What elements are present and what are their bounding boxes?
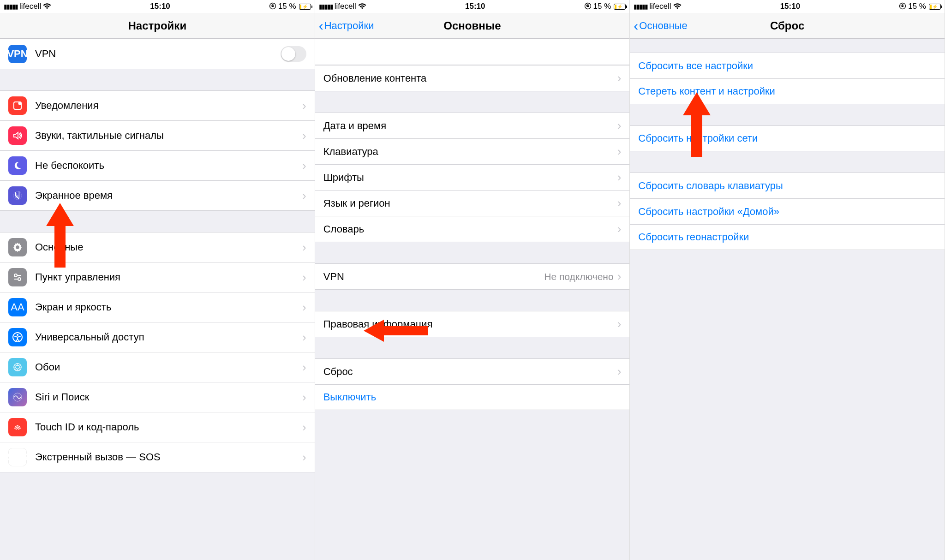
touchid-icon <box>8 418 27 436</box>
settings-touchid-row[interactable]: Touch ID и код-пароль › <box>0 412 315 442</box>
svg-point-3 <box>18 102 22 105</box>
nav-back-label: Основные <box>639 20 687 32</box>
general-legal-row[interactable]: Правовая информация › <box>315 311 630 337</box>
settings-wallpaper-row[interactable]: Обои › <box>0 352 315 382</box>
signal-icon: ▮▮▮▮▮ <box>4 3 18 10</box>
chevron-right-icon: › <box>302 300 306 315</box>
page-title: Настройки <box>0 19 315 32</box>
screentime-label: Экранное время <box>35 190 302 202</box>
svg-rect-1 <box>272 5 274 7</box>
general-fonts-row[interactable]: Шрифты › <box>315 164 630 190</box>
wifi-icon <box>358 3 366 11</box>
chevron-right-icon: › <box>617 119 622 133</box>
nav-back-button[interactable]: ‹ Основные <box>634 20 687 32</box>
accessibility-label: Универсальный доступ <box>35 331 302 343</box>
reset-home-label: Сбросить настройки «Домой» <box>638 206 936 218</box>
settings-control-center-row[interactable]: Пункт управления › <box>0 262 315 292</box>
reset-network-row[interactable]: Сбросить настройки сети <box>630 125 945 151</box>
rotation-lock-icon <box>899 2 906 11</box>
settings-screentime-row[interactable]: Экранное время › <box>0 180 315 211</box>
chevron-right-icon: › <box>302 330 306 345</box>
display-icon: AA <box>8 298 27 316</box>
settings-sounds-row[interactable]: Звуки, тактильные сигналы › <box>0 120 315 150</box>
general-vpn-row[interactable]: VPN Не подключено › <box>315 263 630 290</box>
control-center-label: Пункт управления <box>35 271 302 283</box>
vpn-toggle[interactable] <box>281 46 306 62</box>
status-bar: ▮▮▮▮▮ lifecell 15:10 15 % ⚡ <box>315 0 630 13</box>
general-reset-row[interactable]: Сброс › <box>315 358 630 384</box>
chevron-right-icon: › <box>617 71 622 85</box>
fonts-label: Шрифты <box>323 172 617 184</box>
settings-display-row[interactable]: AA Экран и яркость › <box>0 292 315 322</box>
settings-accessibility-row[interactable]: Универсальный доступ › <box>0 322 315 352</box>
dictionary-label: Словарь <box>323 223 617 235</box>
general-datetime-row[interactable]: Дата и время › <box>315 113 630 138</box>
status-bar: ▮▮▮▮▮ lifecell 15:10 15 % ⚡ <box>630 0 945 13</box>
chevron-right-icon: › <box>617 269 622 284</box>
reset-location-label: Сбросить геонастройки <box>638 231 936 243</box>
nav-back-button[interactable]: ‹ Настройки <box>319 20 374 32</box>
legal-label: Правовая информация <box>323 318 617 330</box>
settings-sos-row[interactable]: SOS Экстренный вызов — SOS › <box>0 442 315 472</box>
settings-siri-row[interactable]: Siri и Поиск › <box>0 382 315 412</box>
chevron-right-icon: › <box>302 129 306 143</box>
battery-percent: 15 % <box>908 2 926 11</box>
keyboard-label: Клавиатура <box>323 146 617 158</box>
rotation-lock-icon <box>584 2 592 11</box>
notifications-label: Уведомления <box>35 100 302 112</box>
carrier-label: lifecell <box>19 2 41 11</box>
vpn-label: VPN <box>35 48 281 60</box>
gear-icon <box>8 238 27 256</box>
settings-general-row[interactable]: Основные › <box>0 232 315 262</box>
siri-icon <box>8 388 27 406</box>
general-background-refresh-row[interactable]: Обновление контента › <box>315 65 630 91</box>
rotation-lock-icon <box>269 2 276 11</box>
chevron-right-icon: › <box>617 222 622 236</box>
language-label: Язык и регион <box>323 197 617 209</box>
nav-bar: Настройки <box>0 13 315 39</box>
svg-rect-15 <box>902 5 903 7</box>
erase-all-row[interactable]: Стереть контент и настройки <box>630 78 945 104</box>
reset-home-row[interactable]: Сбросить настройки «Домой» <box>630 198 945 224</box>
chevron-right-icon: › <box>617 170 622 185</box>
signal-icon: ▮▮▮▮▮ <box>319 3 333 10</box>
settings-vpn-row[interactable]: VPN VPN <box>0 39 315 69</box>
notifications-icon <box>8 96 27 115</box>
chevron-right-icon: › <box>617 317 622 331</box>
settings-reset-screen: ▮▮▮▮▮ lifecell 15:10 15 % ⚡ ‹ Основные С… <box>630 0 945 560</box>
sos-label: Экстренный вызов — SOS <box>35 451 302 463</box>
settings-notifications-row[interactable]: Уведомления › <box>0 90 315 120</box>
general-keyboard-row[interactable]: Клавиатура › <box>315 138 630 164</box>
svg-rect-13 <box>587 5 589 7</box>
chevron-right-icon: › <box>302 159 306 173</box>
chevron-left-icon: ‹ <box>319 22 323 29</box>
dnd-label: Не беспокоить <box>35 160 302 172</box>
clock: 15:10 <box>465 2 485 11</box>
carrier-label: lifecell <box>649 2 671 11</box>
screentime-icon <box>8 186 27 205</box>
general-language-row[interactable]: Язык и регион › <box>315 190 630 216</box>
settings-dnd-row[interactable]: Не беспокоить › <box>0 150 315 180</box>
wifi-icon <box>673 3 682 11</box>
clock: 15:10 <box>150 2 170 11</box>
general-label: Основные <box>35 241 302 253</box>
chevron-right-icon: › <box>302 390 306 405</box>
reset-location-row[interactable]: Сбросить геонастройки <box>630 224 945 250</box>
datetime-label: Дата и время <box>323 120 617 132</box>
vpn-label: VPN <box>323 271 544 283</box>
sos-icon: SOS <box>8 448 27 466</box>
erase-all-label: Стереть контент и настройки <box>638 85 936 97</box>
reset-all-settings-row[interactable]: Сбросить все настройки <box>630 53 945 78</box>
battery-percent: 15 % <box>278 2 296 11</box>
chevron-right-icon: › <box>302 450 306 465</box>
reset-keyboard-label: Сбросить словарь клавиатуры <box>638 180 936 192</box>
general-dictionary-row[interactable]: Словарь › <box>315 216 630 242</box>
accessibility-icon <box>8 328 27 346</box>
dnd-icon <box>8 156 27 175</box>
chevron-right-icon: › <box>302 189 306 203</box>
reset-keyboard-dict-row[interactable]: Сбросить словарь клавиатуры <box>630 173 945 198</box>
clock: 15:10 <box>780 2 800 11</box>
general-shutdown-row[interactable]: Выключить <box>315 384 630 410</box>
chevron-right-icon: › <box>302 270 306 285</box>
reset-label: Сброс <box>323 366 617 378</box>
